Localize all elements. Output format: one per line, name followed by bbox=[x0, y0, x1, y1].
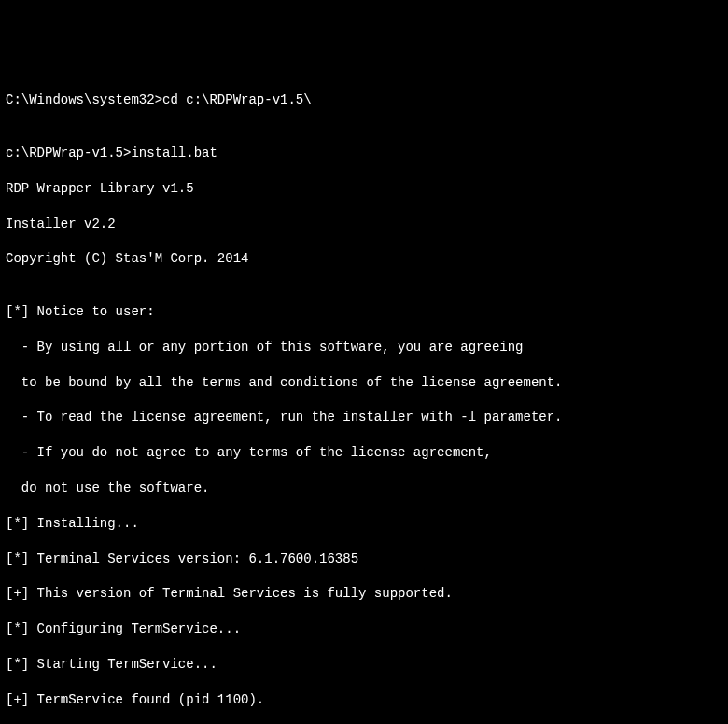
terminal-output[interactable]: C:\Windows\system32>cd c:\RDPWrap-v1.5\ … bbox=[6, 75, 722, 724]
output-line: [*] Starting TermService... bbox=[6, 656, 722, 674]
output-line: [*] Configuring TermService... bbox=[6, 620, 722, 638]
output-line: Copyright (C) Stas'M Corp. 2014 bbox=[6, 250, 722, 268]
output-line: [*] Installing... bbox=[6, 515, 722, 533]
output-line: Installer v2.2 bbox=[6, 216, 722, 233]
output-line: to be bound by all the terms and conditi… bbox=[6, 374, 722, 392]
output-line: [+] TermService found (pid 1100). bbox=[6, 691, 722, 709]
output-line: [+] This version of Terminal Services is… bbox=[6, 585, 722, 603]
output-line: - By using all or any portion of this so… bbox=[6, 339, 722, 356]
prompt-line: C:\Windows\system32>cd c:\RDPWrap-v1.5\ bbox=[6, 91, 722, 109]
output-line: - To read the license agreement, run the… bbox=[6, 409, 722, 426]
output-line: do not use the software. bbox=[6, 480, 722, 497]
output-line: [*] Terminal Services version: 6.1.7600.… bbox=[6, 550, 722, 568]
output-line: - If you do not agree to any terms of th… bbox=[6, 444, 722, 462]
prompt-line: c:\RDPWrap-v1.5>install.bat bbox=[6, 145, 722, 162]
output-line: [*] Notice to user: bbox=[6, 303, 722, 321]
output-line: RDP Wrapper Library v1.5 bbox=[6, 180, 722, 198]
